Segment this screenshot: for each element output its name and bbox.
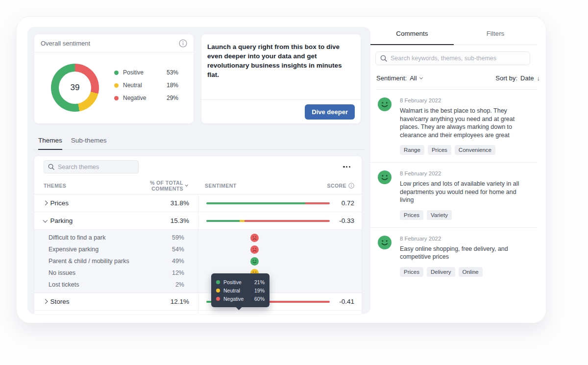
- sentiment-face-icon[interactable]: [250, 245, 259, 254]
- donut-legend: Positive 53% Neutral 18% Negative 29%: [114, 69, 178, 101]
- sort-by-dropdown[interactable]: Sort by: Date ↓: [495, 74, 540, 82]
- theme-pct: 12.1%: [132, 298, 189, 305]
- query-promo-text: Launch a query right from this box to di…: [201, 34, 361, 99]
- expand-chevron-icon[interactable]: [43, 201, 48, 205]
- sentiment-face-icon[interactable]: [250, 257, 259, 266]
- col-header-themes[interactable]: THEMES: [44, 183, 131, 189]
- comment-item[interactable]: 8 February 2022 Low prices and lots of a…: [370, 163, 537, 228]
- overall-sentiment-title: Overall sentiment: [41, 40, 90, 47]
- sub-theme-pct: 49%: [132, 258, 184, 265]
- tag-chip[interactable]: Prices: [400, 210, 423, 220]
- negative-dot-icon: [114, 96, 119, 100]
- sentiment-tooltip: Positive 21% Neutral 19% Negative 60%: [211, 273, 270, 307]
- collapse-chevron-icon[interactable]: [43, 218, 48, 222]
- tag-chip[interactable]: Convenience: [455, 145, 495, 155]
- tab-comments[interactable]: Comments: [370, 17, 454, 45]
- sub-theme-pct: 54%: [132, 246, 184, 253]
- sub-theme-pct: 12%: [132, 269, 184, 276]
- comments-search-input[interactable]: [391, 55, 525, 62]
- sentiment-filter-dropdown[interactable]: Sentiment: All: [376, 74, 422, 82]
- comment-text: Walmart is the best place to shop. They …: [400, 107, 526, 139]
- tab-filters[interactable]: Filters: [454, 17, 537, 45]
- chevron-down-icon: [419, 75, 423, 79]
- sentiment-filter-label: Sentiment:: [376, 74, 407, 82]
- comments-panel: Comments Filters Sentiment: All Sort by:…: [370, 17, 546, 323]
- theme-name: Parking: [50, 217, 73, 224]
- column-separator: [198, 195, 198, 314]
- legend-value: 18%: [167, 82, 178, 89]
- sentiment-donut-chart[interactable]: 39: [51, 64, 99, 112]
- legend-item-positive: Positive 53%: [114, 69, 178, 76]
- sub-theme-name: Expensive parking: [49, 246, 132, 253]
- legend-label: Neutral: [123, 82, 142, 89]
- comment-tags: Range Prices Convenience: [400, 145, 526, 155]
- col-header-sentiment[interactable]: SENTIMENT: [188, 183, 327, 189]
- query-card: Launch a query right from this box to di…: [201, 34, 361, 123]
- tag-chip[interactable]: Online: [459, 267, 483, 277]
- positive-dot-icon: [216, 280, 220, 284]
- tag-chip[interactable]: Prices: [400, 267, 423, 277]
- theme-tabs: Themes Sub-themes: [33, 137, 365, 150]
- donut-center-value: 39: [51, 64, 99, 112]
- sub-theme-name: Difficult to find a park: [49, 234, 132, 241]
- comment-text: Low prices and lots of available variety…: [400, 180, 526, 204]
- table-menu-button[interactable]: [341, 164, 352, 170]
- sort-by-label: Sort by:: [495, 74, 517, 82]
- theme-score: -0.33: [330, 217, 354, 224]
- legend-item-neutral: Neutral 18%: [114, 82, 178, 89]
- tag-chip[interactable]: Variety: [427, 210, 452, 220]
- comments-search-box[interactable]: [375, 51, 530, 65]
- legend-value: 29%: [167, 95, 178, 101]
- tooltip-label: Negative: [223, 296, 244, 302]
- tag-chip[interactable]: Prices: [428, 145, 451, 155]
- theme-name: Stores: [50, 298, 70, 305]
- comment-date: 8 February 2022: [400, 236, 526, 242]
- tooltip-label: Positive: [223, 279, 242, 285]
- sentiment-bar[interactable]: [206, 220, 330, 222]
- positive-dot-icon: [114, 71, 119, 75]
- dive-deeper-button[interactable]: Dive deeper: [305, 104, 355, 120]
- tab-sub-themes[interactable]: Sub-themes: [71, 137, 107, 149]
- neutral-dot-icon: [216, 289, 220, 292]
- sentiment-bar[interactable]: [206, 202, 330, 204]
- info-icon[interactable]: [348, 183, 354, 189]
- sub-theme-name: Parent & child / mobility parks: [49, 258, 132, 265]
- col-header-pct[interactable]: % OF TOTAL COMMENTS: [131, 180, 188, 192]
- comment-text: Easy online shopping, free delivery, and…: [400, 245, 526, 261]
- search-icon: [380, 55, 387, 62]
- neutral-dot-icon: [114, 83, 119, 88]
- sentiment-avatar: [378, 170, 392, 220]
- tag-chip[interactable]: Range: [400, 145, 424, 155]
- tag-chip[interactable]: Delivery: [427, 267, 455, 277]
- overall-sentiment-card: Overall sentiment 39 Positive 53%: [34, 34, 194, 123]
- col-header-score[interactable]: SCORE: [327, 183, 354, 189]
- info-icon[interactable]: [179, 39, 187, 48]
- tooltip-value: 21%: [254, 279, 265, 285]
- sentiment-avatar: [378, 236, 392, 277]
- sub-theme-pct: 2%: [132, 281, 184, 288]
- comment-date: 8 February 2022: [400, 170, 526, 176]
- theme-score: 0.72: [330, 199, 354, 207]
- legend-label: Negative: [123, 95, 146, 101]
- dashboard-area: Overall sentiment 39 Positive 53%: [27, 27, 370, 314]
- tooltip-value: 19%: [254, 288, 265, 293]
- theme-score: -0.41: [330, 298, 354, 305]
- sentiment-face-icon[interactable]: [250, 234, 259, 242]
- expand-chevron-icon[interactable]: [43, 299, 48, 304]
- tab-themes[interactable]: Themes: [38, 137, 62, 149]
- app-window: Overall sentiment 39 Positive 53%: [16, 16, 546, 323]
- theme-pct: 31.8%: [132, 199, 189, 207]
- sub-theme-pct: 59%: [132, 234, 184, 241]
- themes-search-box[interactable]: [44, 160, 139, 173]
- comment-item[interactable]: 8 February 2022 Easy online shopping, fr…: [370, 228, 537, 284]
- theme-name: Prices: [50, 199, 69, 207]
- comment-item[interactable]: 8 February 2022 Walmart is the best plac…: [370, 90, 537, 163]
- sort-by-value: Date: [520, 74, 534, 82]
- table-header-row: THEMES % OF TOTAL COMMENTS SENTIMENT SCO…: [34, 177, 362, 195]
- tooltip-value: 60%: [254, 296, 265, 302]
- theme-pct: 15.3%: [132, 217, 189, 224]
- legend-item-negative: Negative 29%: [114, 95, 178, 101]
- sort-direction-icon[interactable]: ↓: [537, 74, 540, 82]
- themes-search-input[interactable]: [58, 164, 134, 170]
- tooltip-label: Neutral: [223, 288, 240, 293]
